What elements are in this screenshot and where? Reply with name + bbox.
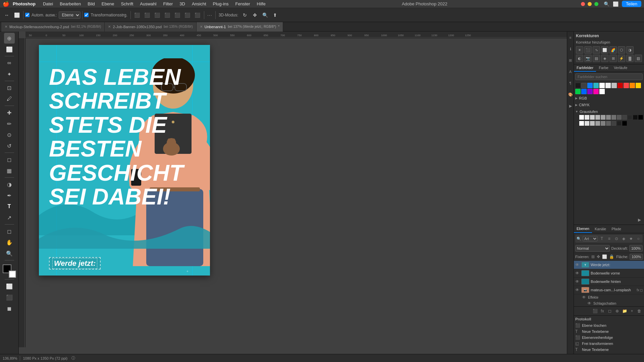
swatch-blue[interactable] bbox=[587, 83, 593, 88]
korr-gradient2[interactable]: ▓ bbox=[626, 55, 634, 62]
tab-unbenannt[interactable]: ✕ Unbenannt-1 bei 137% (Werde jetzt;; RG… bbox=[197, 22, 283, 32]
toolbar-dots[interactable]: ··· bbox=[206, 12, 214, 18]
gs-2[interactable] bbox=[585, 115, 589, 120]
gs-4[interactable] bbox=[595, 115, 600, 120]
swatch-dark[interactable] bbox=[581, 83, 587, 88]
canvas-document[interactable]: DAS LEBEN SCHREIBT STETS DIE BESTEN GESC… bbox=[39, 45, 210, 276]
window-maximize[interactable] bbox=[594, 2, 598, 6]
menu-item-fenster[interactable]: Fenster bbox=[233, 1, 253, 7]
layer-item-wave-back[interactable]: 👁 Bodenwelle hinten bbox=[574, 278, 644, 286]
gs-7[interactable] bbox=[611, 115, 616, 120]
pen-tool-icon[interactable]: ✒ bbox=[4, 190, 15, 201]
fix-icon-art[interactable]: ⬜ bbox=[602, 254, 607, 259]
path-select-icon[interactable]: ↗ bbox=[4, 212, 15, 223]
tab-farbe[interactable]: Farbe bbox=[596, 64, 611, 72]
align-top[interactable]: ⬛ bbox=[163, 10, 172, 20]
swatch-midgray[interactable] bbox=[611, 83, 617, 88]
swatch-pink[interactable] bbox=[593, 89, 599, 94]
swatch-teal[interactable] bbox=[593, 83, 599, 88]
eyedropper-icon[interactable]: 🖊 bbox=[4, 94, 15, 104]
transform-checkbox[interactable] bbox=[84, 13, 89, 17]
proto-item-4[interactable]: ◱ Frei transformieren bbox=[575, 341, 643, 347]
move-tool-icon[interactable]: ⊕ bbox=[4, 33, 15, 44]
layer-visibility-photo[interactable]: 👁 bbox=[575, 288, 580, 292]
arrange-icon[interactable]: ⬜ bbox=[613, 1, 619, 7]
swatch-white2[interactable] bbox=[599, 89, 605, 94]
filter-icon-3[interactable]: ⊙ bbox=[613, 235, 620, 242]
menu-item-datei[interactable]: Datei bbox=[40, 1, 56, 7]
gs-11[interactable] bbox=[633, 115, 638, 120]
group-header-graustufen[interactable]: ▼ Graustufen bbox=[575, 109, 643, 114]
color-play-btn[interactable]: ▶ bbox=[636, 217, 643, 223]
swatch-white[interactable] bbox=[599, 83, 605, 88]
layer-adj-icon[interactable]: ⊕ bbox=[614, 308, 621, 314]
layer-visibility-wave-back[interactable]: 👁 bbox=[575, 279, 580, 284]
3d-extra[interactable]: ◼ bbox=[4, 303, 15, 314]
opacity-input[interactable] bbox=[629, 245, 643, 252]
layer-visibility-werde[interactable]: 👁 bbox=[575, 262, 580, 267]
korr-threshold[interactable]: ⚡ bbox=[618, 55, 625, 62]
layer-group-icon[interactable]: 📁 bbox=[621, 308, 628, 314]
window-minimize[interactable] bbox=[588, 2, 592, 6]
layer-mask-icon[interactable]: ◻ bbox=[640, 288, 643, 292]
autom-ausw-select[interactable]: Ebene bbox=[59, 11, 80, 19]
filter-icon-5[interactable]: ★ bbox=[628, 235, 634, 242]
zoom-tool-icon[interactable]: 🔍 bbox=[4, 248, 15, 259]
proto-item-3[interactable]: ⬛ Ebenenreihenfolge bbox=[575, 335, 643, 341]
swatch-blue2[interactable] bbox=[581, 89, 587, 94]
korr-poster[interactable]: ⊞ bbox=[609, 55, 617, 62]
layer-item-werde[interactable]: 👁 T Werde jetzt: bbox=[574, 261, 644, 269]
blend-mode-select[interactable]: Normal bbox=[575, 245, 610, 252]
farbfelder-search[interactable] bbox=[575, 73, 643, 80]
proto-item-5[interactable]: T Neue Textebene bbox=[575, 347, 643, 353]
menu-item-bearbeiten[interactable]: Bearbeiten bbox=[57, 1, 84, 7]
gs-17[interactable] bbox=[601, 121, 605, 126]
group-header-cmyk[interactable]: ▶ CMYK bbox=[575, 102, 643, 108]
menu-item-plugins[interactable]: Plug-ins bbox=[210, 1, 231, 7]
heal-tool-icon[interactable]: ✚ bbox=[4, 107, 15, 118]
screen-mode[interactable]: ⬛ bbox=[4, 292, 15, 303]
align-right[interactable]: ⬛ bbox=[153, 10, 162, 20]
align-center-h[interactable]: ⬛ bbox=[143, 10, 152, 20]
filter-icon-2[interactable]: ≡ bbox=[606, 235, 612, 242]
swatch-black[interactable] bbox=[575, 83, 581, 88]
layer-delete-icon[interactable]: 🗑 bbox=[636, 308, 643, 314]
autom-ausw-checkbox[interactable] bbox=[25, 13, 30, 17]
korr-selectcol[interactable]: ▨ bbox=[635, 55, 642, 62]
layer-visibility-wave-front[interactable]: 👁 bbox=[575, 271, 580, 276]
gs-5[interactable] bbox=[601, 115, 605, 120]
gs-18[interactable] bbox=[606, 121, 611, 126]
cmyk-arrow[interactable]: ▶ bbox=[575, 103, 578, 107]
share-button[interactable]: Teilen bbox=[622, 1, 641, 7]
gs-14[interactable] bbox=[585, 121, 589, 126]
tab-pfade[interactable]: Pfade bbox=[609, 225, 624, 233]
swatch-red[interactable] bbox=[624, 83, 629, 88]
brush-tool-icon[interactable]: ✏ bbox=[4, 118, 15, 129]
fg-bg-colors[interactable] bbox=[3, 264, 16, 278]
menu-item-ansicht[interactable]: Ansicht bbox=[189, 1, 209, 7]
effect-shadow[interactable]: 👁 Schlagschatten bbox=[574, 300, 644, 306]
gs-9[interactable] bbox=[622, 115, 627, 120]
korr-photo[interactable]: 📷 bbox=[584, 55, 592, 62]
align-bottom[interactable]: ⬛ bbox=[183, 10, 192, 20]
swatch-yellow[interactable] bbox=[636, 83, 641, 88]
mode-toggle[interactable]: ⬜ bbox=[4, 281, 15, 292]
effect-vis[interactable]: 👁 bbox=[582, 295, 587, 300]
move-tool[interactable]: ↔ bbox=[2, 10, 11, 20]
swatch-green[interactable] bbox=[575, 89, 581, 94]
window-close[interactable] bbox=[581, 2, 585, 6]
menu-item-3d[interactable]: 3D bbox=[177, 1, 188, 7]
korr-invert[interactable]: ◈ bbox=[601, 55, 608, 62]
dodge-tool-icon[interactable]: ◑ bbox=[4, 179, 15, 190]
wand-tool-icon[interactable]: ✦ bbox=[4, 69, 15, 79]
korr-exposure[interactable]: ⬜ bbox=[601, 46, 608, 54]
gs-1[interactable] bbox=[579, 115, 584, 120]
tab-kanaele[interactable]: Kanäle bbox=[592, 225, 609, 233]
proto-item-2[interactable]: T Neue Textebene bbox=[575, 328, 643, 335]
filter-icon-4[interactable]: ◈ bbox=[621, 235, 627, 242]
tab-close-unbenannt[interactable]: ✕ bbox=[200, 25, 203, 28]
group-header-rgb[interactable]: ▶ RGB bbox=[575, 96, 643, 101]
korr-curves[interactable]: ∿ bbox=[593, 46, 600, 54]
korr-brightness[interactable]: ☀ bbox=[576, 46, 583, 54]
ebenen-filter-select[interactable]: Art bbox=[583, 236, 598, 241]
